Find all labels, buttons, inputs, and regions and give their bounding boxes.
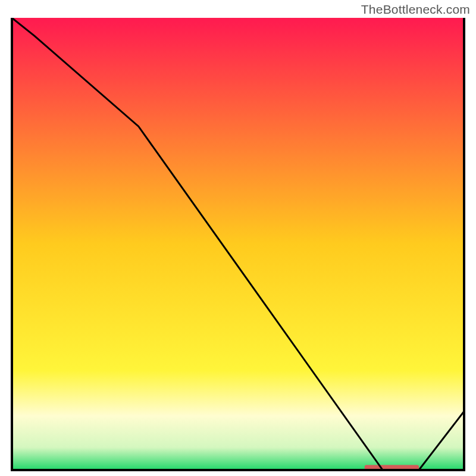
chart-stage: TheBottleneck.com [0,0,476,476]
watermark-label: TheBottleneck.com [361,2,470,17]
bottleneck-chart [0,0,476,476]
plot-gradient-background [12,18,464,470]
